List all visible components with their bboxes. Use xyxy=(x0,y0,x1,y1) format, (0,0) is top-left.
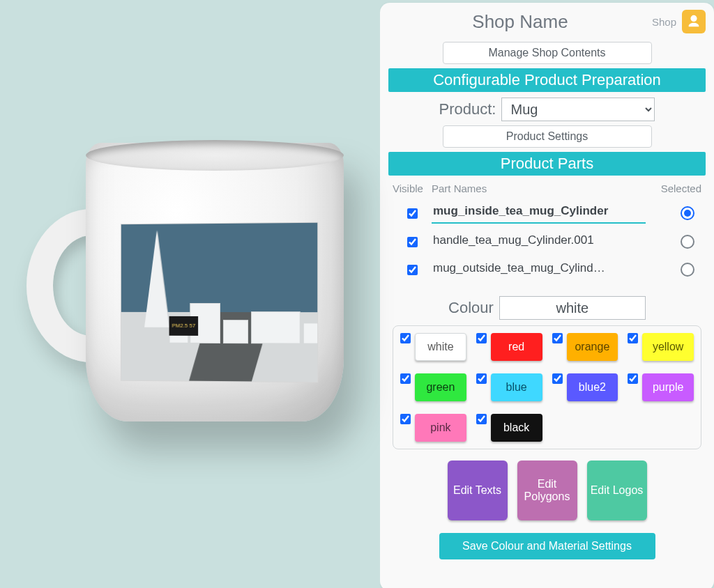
swatch-checkbox[interactable] xyxy=(400,414,411,424)
swatch-yellow[interactable]: yellow xyxy=(642,333,694,361)
artwork-tower xyxy=(144,231,169,327)
swatch-purple[interactable]: purple xyxy=(642,373,694,401)
swatch-checkbox[interactable] xyxy=(400,373,411,384)
mug-illustration: PM2.5 57 xyxy=(20,143,346,421)
swatch-black[interactable]: black xyxy=(491,414,542,442)
part-name[interactable]: handle_tea_mug_Cylinder.001 xyxy=(432,232,646,252)
product-preview: PM2.5 57 xyxy=(0,0,380,588)
swatch-cell: yellow xyxy=(628,333,694,361)
user-icon xyxy=(686,14,701,29)
part-selected-radio[interactable] xyxy=(681,206,694,220)
swatch-cell: blue xyxy=(476,373,542,401)
shop-name-title: Shop Name xyxy=(388,11,652,33)
swatch-white[interactable]: white xyxy=(415,333,466,361)
colour-swatches: whiteredorangeyellowgreenblueblue2purple… xyxy=(393,325,701,449)
swatch-checkbox[interactable] xyxy=(476,333,487,343)
edit-buttons-row: Edit TextsEdit PolygonsEdit Logos xyxy=(388,461,706,520)
swatch-checkbox[interactable] xyxy=(552,373,563,384)
part-visible-checkbox[interactable] xyxy=(407,265,418,275)
swatch-orange[interactable]: orange xyxy=(567,333,618,361)
swatch-cell: white xyxy=(400,333,466,361)
swatch-checkbox[interactable] xyxy=(400,333,411,343)
part-row: handle_tea_mug_Cylinder.001 xyxy=(388,228,706,256)
shop-link[interactable]: Shop xyxy=(652,16,676,28)
part-visible-checkbox[interactable] xyxy=(407,237,418,247)
panel-header: Shop Name Shop xyxy=(388,10,706,38)
part-name[interactable]: mug_inside_tea_mug_Cylinder xyxy=(432,203,646,224)
part-selected-radio[interactable] xyxy=(681,235,694,249)
parts-header-row: Visible Part Names Selected xyxy=(388,178,706,199)
swatch-cell: orange xyxy=(552,333,618,361)
edit-button[interactable]: Edit Logos xyxy=(587,461,647,520)
swatch-cell: blue2 xyxy=(552,373,618,401)
part-selected-radio[interactable] xyxy=(681,263,694,277)
config-prep-bar: Configurable Product Preparation xyxy=(388,68,706,92)
parts-table: Visible Part Names Selected mug_inside_t… xyxy=(388,178,706,284)
product-select-row: Product: Mug xyxy=(388,98,706,121)
swatch-green[interactable]: green xyxy=(415,373,466,401)
swatch-checkbox[interactable] xyxy=(552,333,563,343)
swatch-cell: red xyxy=(476,333,542,361)
swatch-red[interactable]: red xyxy=(491,333,542,361)
colour-input[interactable] xyxy=(499,296,646,320)
manage-shop-contents-button[interactable]: Manage Shop Contents xyxy=(443,42,652,64)
swatch-checkbox[interactable] xyxy=(476,414,487,424)
part-name[interactable]: mug_outside_tea_mug_Cylind… xyxy=(432,260,646,279)
parts-header-names: Part Names xyxy=(432,183,646,194)
artwork-billboard: PM2.5 57 xyxy=(169,316,199,336)
product-parts-bar: Product Parts xyxy=(388,152,706,176)
colour-row: Colour xyxy=(388,296,706,320)
part-row: mug_outside_tea_mug_Cylind… xyxy=(388,256,706,284)
save-colour-material-button[interactable]: Save Colour and Material Settings xyxy=(439,533,655,559)
product-settings-button[interactable]: Product Settings xyxy=(443,125,652,148)
swatch-checkbox[interactable] xyxy=(476,373,487,384)
swatch-checkbox[interactable] xyxy=(628,333,638,343)
swatch-cell: green xyxy=(400,373,466,401)
colour-label: Colour xyxy=(448,299,494,317)
product-label: Product: xyxy=(439,100,496,118)
part-row: mug_inside_tea_mug_Cylinder xyxy=(388,199,706,228)
swatch-checkbox[interactable] xyxy=(628,373,638,384)
part-visible-checkbox[interactable] xyxy=(407,208,418,219)
parts-header-visible: Visible xyxy=(393,183,432,194)
swatch-pink[interactable]: pink xyxy=(415,414,466,442)
product-select[interactable]: Mug xyxy=(501,98,655,121)
edit-button[interactable]: Edit Texts xyxy=(448,461,508,520)
swatch-cell: black xyxy=(476,414,542,442)
config-panel: Shop Name Shop Manage Shop Contents Conf… xyxy=(380,3,714,588)
swatch-cell: purple xyxy=(628,373,694,401)
parts-header-selected: Selected xyxy=(646,183,701,194)
mug-rim xyxy=(86,140,344,171)
edit-button[interactable]: Edit Polygons xyxy=(517,461,577,520)
mug-print-artwork: PM2.5 57 xyxy=(121,222,318,383)
swatch-blue2[interactable]: blue2 xyxy=(567,373,618,401)
swatch-blue[interactable]: blue xyxy=(491,373,542,401)
swatch-cell: pink xyxy=(400,414,466,442)
avatar[interactable] xyxy=(682,10,706,33)
